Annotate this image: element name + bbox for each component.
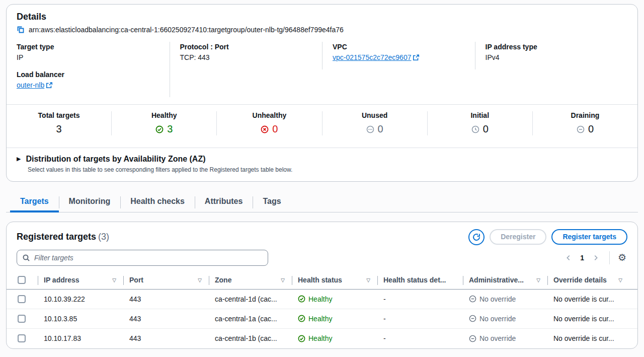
- cell-administrative: No override: [463, 295, 547, 303]
- target-group-arn: arn:aws:elasticloadbalancing:ca-central-…: [29, 26, 344, 34]
- metric-unused: Unused 0: [322, 111, 427, 135]
- metric-healthy: Healthy 3: [111, 111, 216, 135]
- status-in-progress-icon: [471, 125, 479, 133]
- next-page-button[interactable]: [590, 252, 601, 263]
- column-header-zone[interactable]: Zone▽: [209, 271, 292, 289]
- az-distribution-toggle[interactable]: ▶ Distribution of targets by Availabilit…: [17, 155, 627, 164]
- cell-override-details: No override is cur...: [547, 334, 629, 342]
- table-settings-button[interactable]: ⚙: [617, 252, 627, 263]
- initial-value: 0: [483, 123, 489, 135]
- registered-targets-actions: Deregister Register targets: [468, 229, 627, 245]
- tab-targets[interactable]: Targets: [10, 193, 59, 212]
- previous-page-button[interactable]: [563, 252, 574, 263]
- field-spacer: [170, 69, 323, 97]
- cell-ip-address: 10.10.39.222: [38, 295, 123, 303]
- select-all-checkbox[interactable]: [18, 276, 26, 284]
- total-targets-value: 3: [56, 123, 62, 135]
- register-targets-button[interactable]: Register targets: [551, 229, 627, 245]
- vpc-link[interactable]: vpc-021575c2c72ec9607: [333, 53, 411, 61]
- external-link-icon: [413, 54, 420, 61]
- tab-monitoring[interactable]: Monitoring: [59, 193, 121, 212]
- tab-tags[interactable]: Tags: [253, 193, 291, 212]
- cell-ip-address: 10.10.17.83: [38, 334, 123, 342]
- expand-triangle-icon: ▶: [17, 156, 21, 162]
- az-distribution-description: Select values in this table to see corre…: [28, 166, 627, 173]
- status-healthy-icon: [298, 335, 305, 342]
- column-header-administrative[interactable]: Administrative...▽: [463, 271, 547, 289]
- row-checkbox-cell: [15, 309, 38, 328]
- table-row: 10.10.3.85 443 ca-central-1a (cac... Hea…: [7, 309, 637, 329]
- chevron-left-icon: [565, 254, 572, 261]
- sort-icon: ▽: [536, 277, 540, 283]
- details-title: Details: [17, 12, 627, 22]
- sort-icon: ▽: [112, 277, 116, 283]
- cell-port: 443: [123, 295, 209, 303]
- cell-health-status-details: -: [377, 334, 463, 342]
- target-type-label: Target type: [17, 43, 159, 51]
- column-header-port[interactable]: Port▽: [123, 271, 209, 289]
- table-row: 10.10.17.83 443 ca-central-1b (cac... He…: [7, 329, 637, 348]
- cell-port: 443: [123, 315, 209, 323]
- gear-icon: ⚙: [618, 252, 626, 263]
- registered-targets-card: Registered targets(3) Deregister Registe…: [6, 222, 638, 349]
- toolbar-divider: [609, 251, 610, 264]
- cell-health-status-details: -: [377, 315, 463, 323]
- details-section: Details arn:aws:elasticloadbalancing:ca-…: [7, 5, 637, 104]
- registered-targets-header: Registered targets(3) Deregister Registe…: [7, 222, 637, 247]
- details-card: Details arn:aws:elasticloadbalancing:ca-…: [6, 4, 638, 182]
- cell-override-details: No override is cur...: [547, 295, 629, 303]
- status-healthy-icon: [155, 125, 164, 133]
- sort-icon: ▽: [198, 277, 202, 283]
- metric-label: Initial: [428, 111, 532, 119]
- tab-attributes[interactable]: Attributes: [195, 193, 253, 212]
- column-header-ip-address[interactable]: IP address▽: [38, 271, 123, 289]
- target-type-value: IP: [17, 53, 159, 61]
- page-number[interactable]: 1: [576, 254, 588, 262]
- no-override-icon: [469, 335, 476, 342]
- row-checkbox[interactable]: [18, 334, 26, 342]
- az-distribution-section: ▶ Distribution of targets by Availabilit…: [7, 148, 637, 181]
- vpc-label: VPC: [333, 43, 465, 51]
- search-icon: [22, 254, 30, 262]
- field-vpc: VPC vpc-021575c2c72ec9607: [322, 42, 475, 69]
- unhealthy-value: 0: [272, 123, 278, 135]
- cell-zone: ca-central-1a (cac...: [209, 315, 292, 323]
- column-header-override-details[interactable]: Override details▽: [547, 271, 629, 289]
- no-override-icon: [469, 295, 476, 303]
- chevron-right-icon: [592, 254, 599, 261]
- cell-port: 443: [123, 334, 209, 342]
- tab-bar: Targets Monitoring Health checks Attribu…: [6, 193, 638, 212]
- metric-label: Draining: [533, 111, 637, 119]
- metric-label: Unused: [323, 111, 427, 119]
- sort-icon: ▽: [281, 277, 285, 283]
- registered-targets-count: (3): [98, 232, 109, 242]
- deregister-button[interactable]: Deregister: [490, 229, 546, 245]
- cell-health-status: Healthy: [292, 295, 377, 303]
- cell-administrative: No override: [463, 334, 547, 342]
- load-balancer-link[interactable]: outer-nlb: [17, 81, 44, 89]
- filter-targets-box: [17, 250, 268, 266]
- pagination: 1 ⚙: [563, 251, 627, 264]
- row-checkbox[interactable]: [18, 315, 26, 323]
- column-header-health-status-details[interactable]: Health status det...: [377, 271, 463, 289]
- field-target-type: Target type IP: [17, 42, 170, 69]
- unused-value: 0: [378, 123, 383, 135]
- target-group-details-page: Details arn:aws:elasticloadbalancing:ca-…: [0, 0, 644, 357]
- cell-ip-address: 10.10.3.85: [38, 315, 123, 323]
- field-protocol-port: Protocol : Port TCP: 443: [170, 42, 323, 69]
- external-link-icon: [46, 82, 53, 89]
- metric-total-targets: Total targets 3: [7, 111, 111, 135]
- cell-administrative: No override: [463, 315, 547, 323]
- column-header-health-status[interactable]: Health status▽: [292, 271, 377, 289]
- tab-health-checks[interactable]: Health checks: [120, 193, 195, 212]
- copy-icon[interactable]: [17, 26, 25, 34]
- row-checkbox[interactable]: [18, 295, 26, 303]
- cell-zone: ca-central-1b (cac...: [209, 334, 292, 342]
- table-header-checkbox-cell: [15, 271, 38, 289]
- details-fields: Target type IP Protocol : Port TCP: 443 …: [17, 42, 627, 97]
- refresh-button[interactable]: [468, 229, 485, 245]
- no-override-icon: [469, 315, 476, 322]
- table-row: 10.10.39.222 443 ca-central-1d (cac... H…: [7, 290, 637, 309]
- filter-targets-input[interactable]: [34, 254, 263, 262]
- sort-icon: ▽: [366, 277, 370, 283]
